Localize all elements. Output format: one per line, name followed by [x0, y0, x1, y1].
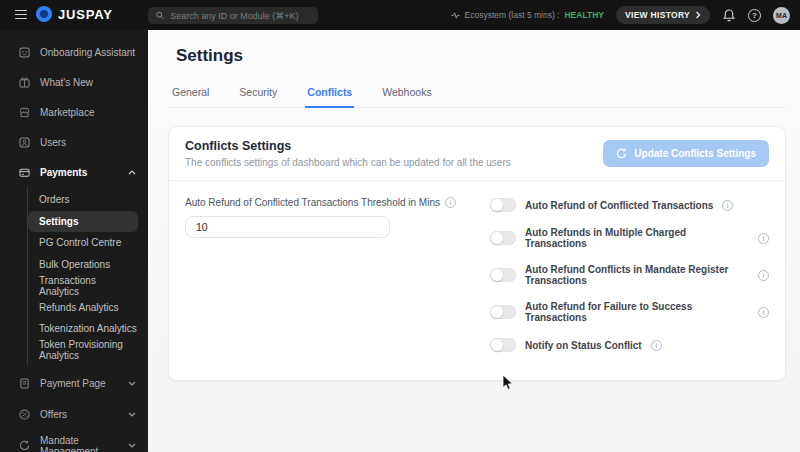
juspay-logo-icon	[36, 6, 52, 22]
sidebar-subitem-pg-control-centre[interactable]: PG Control Centre	[28, 232, 138, 254]
main-content: Settings General Security Conflicts Webh…	[148, 30, 800, 452]
toggle-switch[interactable]	[490, 198, 516, 212]
info-icon[interactable]: i	[758, 270, 769, 281]
toggle-switch[interactable]	[490, 305, 516, 319]
toggles-list: Auto Refund of Conflicted Transactions i…	[490, 197, 769, 352]
notifications-bell-icon[interactable]	[722, 8, 736, 23]
tab-conflicts[interactable]: Conflicts	[305, 81, 354, 108]
chevron-down-icon	[128, 443, 136, 448]
whats-new-icon	[19, 77, 30, 88]
toggle-row-notify-status-conflict: Notify on Status Conflict i	[490, 338, 769, 352]
view-history-label: VIEW HISTORY	[625, 10, 690, 20]
card-body: Auto Refund of Conflicted Transactions T…	[169, 181, 785, 380]
sidebar-subitem-token-provisioning-analytics[interactable]: Token Provisioning Analytics	[28, 340, 138, 362]
sidebar-item-label: Mandate Management	[40, 435, 118, 452]
threshold-field: Auto Refund of Conflicted Transactions T…	[185, 197, 490, 352]
info-icon[interactable]: i	[758, 233, 769, 244]
sidebar-item-label: Offers	[40, 409, 118, 420]
sidebar-item-offers[interactable]: Offers	[0, 399, 148, 430]
toggle-row-auto-refunds-multiple-charged: Auto Refunds in Multiple Charged Transac…	[490, 227, 769, 249]
global-search[interactable]	[148, 7, 318, 24]
toggle-row-auto-refund-conflicted: Auto Refund of Conflicted Transactions i	[490, 198, 769, 212]
ecosystem-health-badge: HEALTHY	[564, 10, 604, 20]
view-history-button[interactable]: VIEW HISTORY	[616, 6, 710, 24]
sidebar-item-users[interactable]: Users	[0, 127, 148, 157]
payment-page-icon	[19, 378, 30, 389]
sidebar-item-label: What's New	[40, 77, 136, 88]
info-icon[interactable]: i	[651, 340, 662, 351]
refresh-icon	[616, 148, 627, 159]
toggle-row-auto-refund-mandate-register: Auto Refund Conflicts in Mandate Registe…	[490, 264, 769, 286]
users-icon	[19, 137, 30, 148]
juspay-logo: JUSPAY	[36, 6, 113, 22]
sidebar-item-payment-page[interactable]: Payment Page	[0, 368, 148, 399]
chevron-down-icon	[128, 381, 136, 386]
sidebar-item-payments[interactable]: Payments	[0, 157, 148, 187]
sidebar-subitem-settings[interactable]: Settings	[28, 211, 138, 233]
toggle-switch[interactable]	[490, 231, 516, 245]
toggle-label: Auto Refund for Failure to Success Trans…	[525, 301, 749, 323]
toggle-label: Notify on Status Conflict	[525, 340, 642, 351]
toggle-label: Auto Refund of Conflicted Transactions	[525, 200, 713, 211]
toggle-row-auto-refund-failure-to-success: Auto Refund for Failure to Success Trans…	[490, 301, 769, 323]
ecosystem-status: Ecosystem (last 5 mins) : HEALTHY	[451, 10, 604, 20]
sidebar-subitem-refunds-analytics[interactable]: Refunds Analytics	[28, 297, 138, 319]
card-subtitle: The conflicts settings of dashboard whic…	[185, 157, 511, 168]
onboarding-assistant-icon	[19, 47, 30, 58]
toggle-switch[interactable]	[490, 268, 516, 282]
conflicts-settings-card: Conflicts Settings The conflicts setting…	[168, 126, 786, 381]
juspay-logo-text: JUSPAY	[58, 7, 113, 22]
update-conflicts-settings-button[interactable]: Update Conflicts Settings	[603, 140, 769, 167]
sidebar-item-label: Onboarding Assistant	[40, 47, 136, 58]
card-header: Conflicts Settings The conflicts setting…	[169, 127, 785, 181]
page-title: Settings	[176, 46, 786, 66]
tab-general[interactable]: General	[170, 81, 211, 108]
sidebar-item-onboarding-assistant[interactable]: Onboarding Assistant	[0, 37, 148, 67]
chevron-down-icon	[128, 412, 136, 417]
payments-submenu: Orders Settings PG Control Centre Bulk O…	[27, 187, 148, 365]
ecosystem-label: Ecosystem (last 5 mins) :	[465, 10, 560, 20]
info-icon[interactable]: i	[722, 200, 733, 211]
settings-tabs: General Security Conflicts Webhooks	[168, 81, 786, 108]
hamburger-menu-icon[interactable]	[15, 10, 27, 19]
sidebar-subitem-tokenization-analytics[interactable]: Tokenization Analytics	[28, 318, 138, 340]
threshold-label: Auto Refund of Conflicted Transactions T…	[185, 197, 440, 208]
sidebar-subitem-orders[interactable]: Orders	[28, 189, 138, 211]
help-icon[interactable]: ?	[748, 9, 761, 22]
sidebar: Onboarding Assistant What's New Marketpl…	[0, 30, 148, 452]
payments-icon	[19, 167, 30, 178]
sidebar-item-whats-new[interactable]: What's New	[0, 67, 148, 97]
tab-security[interactable]: Security	[237, 81, 279, 108]
offers-icon	[19, 409, 30, 420]
chevron-right-icon	[695, 11, 701, 19]
info-icon[interactable]: i	[758, 307, 769, 318]
sidebar-item-mandate-management[interactable]: Mandate Management	[0, 430, 148, 452]
tab-webhooks[interactable]: Webhooks	[380, 81, 433, 108]
toggle-switch[interactable]	[490, 338, 516, 352]
sidebar-subitem-bulk-operations[interactable]: Bulk Operations	[28, 254, 138, 276]
sidebar-item-label: Marketplace	[40, 107, 136, 118]
mandate-management-icon	[19, 440, 30, 451]
top-bar: JUSPAY Ecosystem (last 5 mins) : HEALTHY…	[0, 0, 800, 30]
user-avatar[interactable]: MA	[773, 7, 790, 24]
sidebar-subitem-transactions-analytics[interactable]: Transactions Analytics	[28, 275, 138, 297]
search-input[interactable]	[170, 11, 310, 21]
search-icon	[156, 11, 164, 20]
card-title: Conflicts Settings	[185, 139, 511, 153]
chevron-up-icon	[128, 170, 136, 175]
ecosystem-status-icon	[451, 11, 460, 20]
toggle-label: Auto Refund Conflicts in Mandate Registe…	[525, 264, 749, 286]
info-icon[interactable]: i	[445, 197, 456, 208]
toggle-label: Auto Refunds in Multiple Charged Transac…	[525, 227, 749, 249]
update-button-label: Update Conflicts Settings	[634, 148, 756, 159]
sidebar-item-label: Payments	[40, 167, 118, 178]
threshold-input[interactable]	[185, 216, 390, 238]
sidebar-item-label: Users	[40, 137, 136, 148]
sidebar-item-marketplace[interactable]: Marketplace	[0, 97, 148, 127]
topbar-right-cluster: Ecosystem (last 5 mins) : HEALTHY VIEW H…	[451, 0, 790, 30]
marketplace-icon	[19, 107, 30, 118]
sidebar-item-label: Payment Page	[40, 378, 118, 389]
